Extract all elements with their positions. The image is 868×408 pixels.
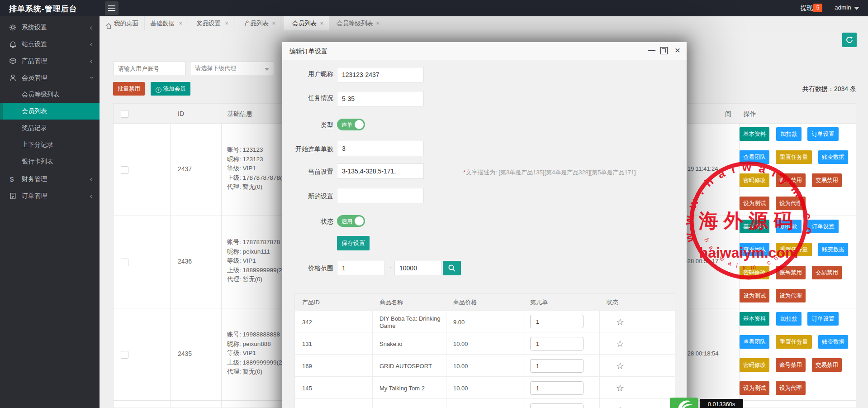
close-icon[interactable]: ×: [320, 16, 323, 30]
close-icon[interactable]: ×: [672, 45, 683, 56]
star-icon[interactable]: ☆: [616, 406, 624, 408]
set-test-button[interactable]: 设为测试: [740, 197, 769, 210]
chevron-left-icon: ‹: [90, 187, 92, 204]
set-agent-button[interactable]: 设为代理: [776, 197, 806, 210]
price-max-field[interactable]: [394, 261, 441, 275]
product-name: DIY Boba Tea: Drinking Game: [379, 315, 447, 330]
row-checkbox[interactable]: [121, 166, 128, 174]
disable-trade-button[interactable]: 交易禁用: [812, 173, 842, 187]
basic-info-button[interactable]: 基本资料: [740, 220, 769, 233]
price-search-button[interactable]: [443, 261, 461, 275]
chevron-down-icon: ‹: [83, 77, 100, 79]
tab-member-level-list[interactable]: 会员等级列表 ×: [329, 16, 385, 30]
close-icon[interactable]: ×: [272, 16, 275, 30]
close-icon[interactable]: ×: [376, 16, 379, 30]
row-checkbox[interactable]: [121, 259, 128, 266]
new-setting-field[interactable]: [337, 188, 424, 203]
disable-account-button[interactable]: 账号禁用: [776, 173, 806, 187]
sidebar-item-member-list[interactable]: 会员列表: [0, 103, 100, 120]
price-min-field[interactable]: [337, 261, 385, 275]
order-number-input[interactable]: [530, 315, 583, 328]
order-number-input[interactable]: [530, 403, 583, 408]
view-team-button[interactable]: 查看团队: [740, 335, 769, 349]
disable-trade-button[interactable]: 交易禁用: [812, 266, 842, 279]
star-icon[interactable]: ☆: [616, 384, 624, 393]
change-password-button[interactable]: 密码修改: [740, 173, 769, 187]
withdraw-count-badge[interactable]: 5: [813, 4, 822, 12]
sidebar-item-points-records[interactable]: 上下分记录: [0, 136, 100, 153]
tab-member-list[interactable]: 会员列表 ×: [284, 16, 329, 30]
star-icon[interactable]: ☆: [616, 317, 624, 326]
tab-product-list[interactable]: 产品列表 ×: [237, 16, 280, 30]
set-test-button[interactable]: 设为测试: [740, 289, 769, 302]
order-number-input[interactable]: [530, 381, 583, 395]
add-member-button[interactable]: +添加会员: [151, 82, 190, 96]
close-icon[interactable]: ×: [225, 16, 228, 30]
set-test-button[interactable]: 设为测试: [740, 381, 769, 395]
reset-task-button[interactable]: 重置任务量: [776, 150, 812, 164]
nickname-field[interactable]: [337, 67, 424, 82]
sidebar-item-product-management[interactable]: 产品管理‹: [0, 53, 100, 69]
sidebar-item-system-settings[interactable]: 系统设置‹: [0, 19, 100, 36]
save-settings-button[interactable]: 保存设置: [337, 236, 370, 250]
sidebar-item-bank-card-list[interactable]: 银行卡列表: [0, 153, 100, 170]
disable-trade-button[interactable]: 交易禁用: [812, 358, 842, 372]
disable-account-button[interactable]: 账号禁用: [776, 266, 806, 279]
order-number-input[interactable]: [530, 337, 583, 350]
reset-task-button[interactable]: 重置任务量: [776, 243, 812, 256]
start-count-field[interactable]: [337, 141, 424, 156]
user-menu[interactable]: admin: [835, 4, 851, 11]
row-checkbox[interactable]: [121, 351, 128, 359]
reset-task-button[interactable]: 重置任务量: [776, 335, 812, 349]
maximize-icon[interactable]: [660, 47, 668, 54]
change-password-button[interactable]: 密码修改: [740, 358, 769, 372]
adjust-balance-button[interactable]: 加扣款: [776, 220, 802, 233]
field-label-price-range: 价格范围: [282, 264, 333, 273]
sidebar-item-prize-records[interactable]: 奖品记录: [0, 120, 100, 136]
adjust-balance-button[interactable]: 加扣款: [776, 127, 802, 141]
type-toggle[interactable]: 连单: [337, 119, 365, 130]
set-agent-button[interactable]: 设为代理: [776, 381, 806, 395]
change-password-button[interactable]: 密码修改: [740, 266, 769, 279]
tab-basic-data[interactable]: 基础数据 ×: [145, 16, 186, 30]
sidebar-item-finance-management[interactable]: $ 财务管理‹: [0, 171, 100, 187]
adjust-balance-button[interactable]: 加扣款: [776, 312, 802, 326]
basic-info-button[interactable]: 基本资料: [740, 312, 769, 326]
product-id: 342: [302, 319, 312, 326]
sidebar-item-site-settings[interactable]: 站点设置‹: [0, 36, 100, 53]
field-label-current-setting: 当前设置: [282, 168, 333, 176]
order-settings-button[interactable]: 订单设置: [807, 312, 839, 326]
refresh-button[interactable]: [842, 33, 857, 47]
product-row: 169 GRID AUTOSPORT 10.00 ☆: [295, 355, 675, 377]
disable-account-button[interactable]: 账号禁用: [776, 358, 806, 372]
balance-log-button[interactable]: 账变数据: [818, 150, 848, 164]
view-team-button[interactable]: 查看团队: [740, 243, 769, 256]
sidebar-item-order-management[interactable]: 订单管理‹: [0, 187, 100, 204]
current-setting-field[interactable]: [337, 163, 424, 179]
balance-log-button[interactable]: 账变数据: [818, 243, 848, 256]
order-number-input[interactable]: [530, 359, 583, 373]
hamburger-menu-icon[interactable]: [105, 1, 119, 15]
star-icon[interactable]: ☆: [616, 361, 624, 370]
view-team-button[interactable]: 查看团队: [740, 150, 769, 164]
withdraw-link[interactable]: 提现: [801, 4, 813, 12]
order-settings-button[interactable]: 订单设置: [807, 220, 839, 233]
basic-info-button[interactable]: 基本资料: [740, 127, 769, 141]
order-settings-button[interactable]: 订单设置: [807, 127, 839, 141]
tab-my-desktop[interactable]: 我的桌面: [100, 16, 145, 30]
select-all-checkbox[interactable]: [121, 110, 128, 118]
close-icon[interactable]: ×: [179, 16, 182, 30]
minimize-icon[interactable]: —: [647, 46, 657, 56]
balance-log-button[interactable]: 账变数据: [818, 335, 848, 349]
trace-toggle-icon[interactable]: [670, 398, 698, 408]
sidebar-item-member-management[interactable]: 会员管理‹: [0, 69, 100, 86]
tab-prize-settings[interactable]: 奖品设置 ×: [190, 16, 233, 30]
set-agent-button[interactable]: 设为代理: [776, 289, 806, 302]
star-icon[interactable]: ☆: [616, 339, 624, 348]
status-toggle[interactable]: 启用: [337, 215, 365, 227]
task-status-field[interactable]: [337, 91, 424, 106]
sidebar-item-member-level-list[interactable]: 会员等级列表: [0, 86, 100, 103]
agent-select[interactable]: 请选择下级代理: [190, 62, 274, 75]
account-search-input[interactable]: [113, 62, 186, 75]
batch-disable-button[interactable]: 批量禁用: [113, 82, 145, 96]
